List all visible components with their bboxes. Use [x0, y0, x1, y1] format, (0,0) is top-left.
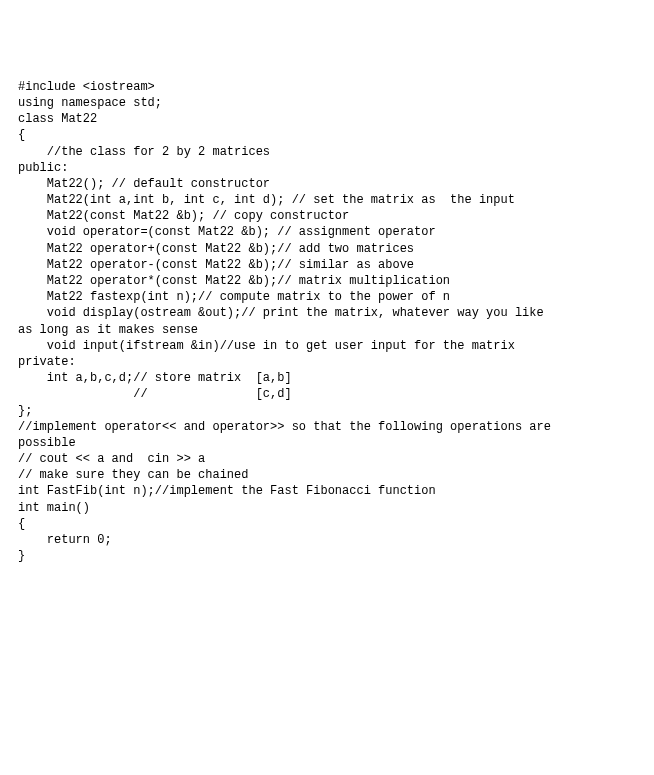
code-line: as long as it makes sense: [18, 322, 636, 338]
code-line: private:: [18, 354, 636, 370]
code-line: int FastFib(int n);//implement the Fast …: [18, 483, 636, 499]
code-line: return 0;: [18, 532, 636, 548]
code-line: Mat22(int a,int b, int c, int d); // set…: [18, 192, 636, 208]
code-line: Mat22(const Mat22 &b); // copy construct…: [18, 208, 636, 224]
code-line: Mat22 operator+(const Mat22 &b);// add t…: [18, 241, 636, 257]
code-line: {: [18, 516, 636, 532]
code-line: // cout << a and cin >> a: [18, 451, 636, 467]
code-block: #include <iostream>using namespace std;c…: [18, 79, 636, 565]
code-line: void display(ostream &out);// print the …: [18, 305, 636, 321]
code-line: using namespace std;: [18, 95, 636, 111]
code-line: Mat22 fastexp(int n);// compute matrix t…: [18, 289, 636, 305]
code-line: possible: [18, 435, 636, 451]
code-line: int a,b,c,d;// store matrix [a,b]: [18, 370, 636, 386]
code-line: // [c,d]: [18, 386, 636, 402]
code-line: Mat22 operator*(const Mat22 &b);// matri…: [18, 273, 636, 289]
code-line: // make sure they can be chained: [18, 467, 636, 483]
code-line: //the class for 2 by 2 matrices: [18, 144, 636, 160]
code-line: Mat22 operator-(const Mat22 &b);// simil…: [18, 257, 636, 273]
code-line: int main(): [18, 500, 636, 516]
code-line: }: [18, 548, 636, 564]
code-line: #include <iostream>: [18, 79, 636, 95]
code-line: class Mat22: [18, 111, 636, 127]
code-line: void input(ifstream &in)//use in to get …: [18, 338, 636, 354]
code-line: {: [18, 127, 636, 143]
code-line: //implement operator<< and operator>> so…: [18, 419, 636, 435]
code-line: public:: [18, 160, 636, 176]
code-line: Mat22(); // default constructor: [18, 176, 636, 192]
code-line: };: [18, 403, 636, 419]
code-line: void operator=(const Mat22 &b); // assig…: [18, 224, 636, 240]
